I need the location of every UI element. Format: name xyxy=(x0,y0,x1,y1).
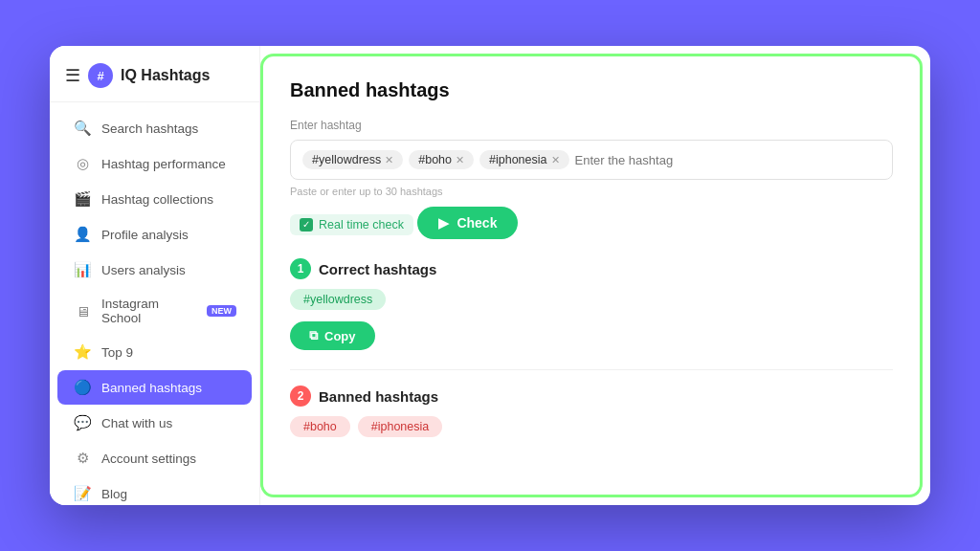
account-settings-icon: ⚙ xyxy=(73,450,92,467)
tag-boho: #boho ✕ xyxy=(409,150,474,169)
sidebar-item-label-blog: Blog xyxy=(101,487,127,501)
badge-new-instagram-school: NEW xyxy=(207,305,236,317)
hashtag-input[interactable] xyxy=(575,153,881,167)
instagram-school-icon: 🖥 xyxy=(73,303,92,320)
tag-yellowdress-label: #yellowdress xyxy=(312,153,381,166)
banned-tag-iphonesia: #iphonesia xyxy=(358,416,442,437)
logo-badge: # xyxy=(88,63,113,88)
hashtag-input-area[interactable]: #yellowdress ✕ #boho ✕ #iphonesia ✕ xyxy=(290,140,893,180)
tag-boho-label: #boho xyxy=(418,153,452,166)
correct-hashtags-title: Correct hashtags xyxy=(319,261,436,277)
banned-number-badge: 2 xyxy=(290,386,311,407)
tag-iphonesia: #iphonesia ✕ xyxy=(479,150,568,169)
tag-boho-remove[interactable]: ✕ xyxy=(456,155,464,165)
sidebar-item-banned-hashtags[interactable]: 🔵 Banned hashtags xyxy=(57,370,252,405)
check-button-label: Check xyxy=(457,215,497,231)
banned-hashtags-header: 2 Banned hashtags xyxy=(290,386,893,407)
sidebar-item-account-settings[interactable]: ⚙ Account settings xyxy=(57,441,252,475)
sidebar-item-search-hashtags[interactable]: 🔍 Search hashtags xyxy=(57,111,252,145)
banned-tags-row: #boho #iphonesia xyxy=(290,416,893,437)
sidebar-item-label-search-hashtags: Search hashtags xyxy=(101,121,198,136)
sidebar-item-label-top-9: Top 9 xyxy=(101,345,133,360)
enter-hashtag-label: Enter hashtag xyxy=(290,119,893,132)
sidebar-item-hashtag-collections[interactable]: 🎬 Hashtag collections xyxy=(57,182,252,216)
sidebar-item-label-chat-with-us: Chat with us xyxy=(101,416,172,430)
tag-yellowdress-remove[interactable]: ✕ xyxy=(385,155,393,165)
search-hashtags-icon: 🔍 xyxy=(73,120,92,137)
sidebar-item-label-hashtag-performance: Hashtag performance xyxy=(101,157,226,171)
copy-icon: ⧉ xyxy=(309,328,318,343)
checkbox-icon: ✓ xyxy=(300,218,313,231)
check-button[interactable]: ▶ Check xyxy=(417,207,518,239)
banned-hashtags-icon: 🔵 xyxy=(73,379,92,396)
copy-button[interactable]: ⧉ Copy xyxy=(290,321,375,350)
check-icon: ▶ xyxy=(438,215,449,231)
sidebar-item-label-users-analysis: Users analysis xyxy=(101,263,186,277)
correct-hashtags-header: 1 Correct hashtags xyxy=(290,258,893,279)
hashtag-performance-icon: ◎ xyxy=(73,155,92,172)
sidebar-item-label-profile-analysis: Profile analysis xyxy=(101,228,189,242)
tag-iphonesia-label: #iphonesia xyxy=(489,153,546,166)
helper-text: Paste or enter up to 30 hashtags xyxy=(290,186,893,197)
sidebar-header: ☰ # IQ Hashtags xyxy=(50,46,259,102)
blog-icon: 📝 xyxy=(73,485,92,502)
sidebar-item-chat-with-us[interactable]: 💬 Chat with us xyxy=(57,406,252,440)
banned-tag-boho: #boho xyxy=(290,416,350,437)
real-time-check[interactable]: ✓ Real time check xyxy=(290,214,413,235)
correct-hashtags-section: 1 Correct hashtags #yellowdress ⧉ Copy xyxy=(290,258,893,350)
sidebar-item-label-banned-hashtags: Banned hashtags xyxy=(101,381,202,395)
sidebar-item-label-instagram-school: Instagram School xyxy=(101,297,195,325)
banned-hashtags-section: 2 Banned hashtags #boho #iphonesia xyxy=(290,386,893,437)
correct-tags-row: #yellowdress xyxy=(290,289,893,310)
sidebar-item-blog[interactable]: 📝 Blog xyxy=(57,476,252,505)
hashtag-collections-icon: 🎬 xyxy=(73,190,92,208)
sidebar-nav: 🔍 Search hashtags ◎ Hashtag performance … xyxy=(50,102,259,505)
top-9-icon: ⭐ xyxy=(73,343,92,361)
sidebar-item-users-analysis[interactable]: 📊 Users analysis xyxy=(57,253,252,287)
copy-button-label: Copy xyxy=(324,329,356,343)
divider xyxy=(290,369,893,370)
app-window: ☰ # IQ Hashtags 🔍 Search hashtags ◎ Hash… xyxy=(50,46,930,505)
tag-iphonesia-remove[interactable]: ✕ xyxy=(551,155,560,165)
hamburger-icon[interactable]: ☰ xyxy=(65,65,80,86)
profile-analysis-icon: 👤 xyxy=(73,226,92,243)
users-analysis-icon: 📊 xyxy=(73,261,92,278)
real-time-check-label: Real time check xyxy=(319,218,404,231)
sidebar: ☰ # IQ Hashtags 🔍 Search hashtags ◎ Hash… xyxy=(50,46,260,505)
logo-text: IQ Hashtags xyxy=(121,67,210,84)
logo-symbol: # xyxy=(97,69,103,83)
chat-with-us-icon: 💬 xyxy=(73,414,92,431)
sidebar-item-label-hashtag-collections: Hashtag collections xyxy=(101,192,213,207)
page-title: Banned hashtags xyxy=(290,79,893,101)
sidebar-item-instagram-school[interactable]: 🖥 Instagram School NEW xyxy=(57,288,252,334)
banned-hashtags-title: Banned hashtags xyxy=(319,388,438,405)
sidebar-item-top-9[interactable]: ⭐ Top 9 xyxy=(57,335,252,369)
correct-number-badge: 1 xyxy=(290,258,311,279)
sidebar-item-profile-analysis[interactable]: 👤 Profile analysis xyxy=(57,217,252,252)
main-content: Banned hashtags Enter hashtag #yellowdre… xyxy=(260,54,923,497)
tag-yellowdress: #yellowdress ✕ xyxy=(302,150,403,169)
sidebar-item-hashtag-performance[interactable]: ◎ Hashtag performance xyxy=(57,146,252,181)
correct-tag-yellowdress: #yellowdress xyxy=(290,289,386,310)
sidebar-item-label-account-settings: Account settings xyxy=(101,452,196,466)
